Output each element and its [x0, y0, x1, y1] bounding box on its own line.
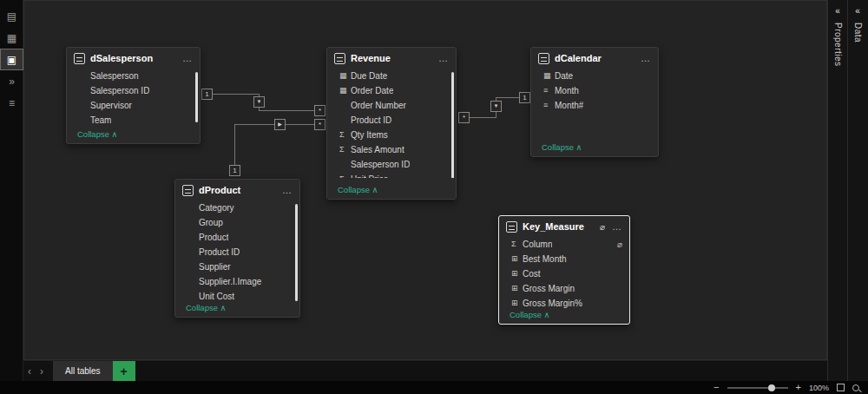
relationship-line-segment[interactable] — [259, 110, 314, 111]
field-label: Supervisor — [90, 101, 132, 110]
field-row[interactable]: Product ⌀ — [175, 230, 299, 245]
nav-table-view-button[interactable]: ▦ — [0, 27, 23, 49]
hier-icon: ≡ — [543, 87, 555, 95]
more-options-button[interactable]: … — [641, 53, 651, 63]
relationship-line-segment[interactable] — [234, 124, 235, 165]
field-row[interactable]: ▦ Due Date ⌀ — [327, 69, 456, 83]
zoom-in-button[interactable]: + — [796, 383, 801, 392]
cardinality-one-marker[interactable]: 1 — [201, 89, 213, 100]
expand-panel-icon: « — [855, 7, 860, 16]
field-label: Cost — [523, 269, 541, 279]
scrollbar[interactable] — [195, 72, 198, 122]
field-row[interactable]: Product ID ⌀ — [327, 113, 456, 128]
field-label: Order Date — [351, 86, 393, 95]
field-row[interactable]: Category ⌀ — [175, 200, 299, 215]
field-row[interactable]: Group ⌀ — [175, 215, 299, 230]
add-layout-button[interactable]: + — [113, 361, 135, 382]
field-row[interactable]: ▦ Order Date ⌀ — [327, 83, 456, 98]
nav-tmdl-view-button[interactable]: ≡ — [0, 92, 23, 114]
table-card-revenue[interactable]: Revenue … ▦ Due Date ⌀ ▦ Order Date ⌀ — [326, 47, 457, 200]
filter-direction-down-icon[interactable]: ▼ — [253, 96, 265, 108]
model-canvas[interactable]: 1 ▼ * 1 ▶ * * ▼ 1 dSalesperson … — [23, 0, 827, 360]
collapse-link[interactable]: Collapse ∧ — [542, 142, 582, 152]
calendar-icon: ▦ — [339, 72, 351, 80]
eye-hidden-icon[interactable]: ⌀ — [617, 240, 622, 249]
relationship-line-segment[interactable] — [213, 94, 260, 95]
collapse-link[interactable]: Collapse ∧ — [510, 310, 550, 319]
table-card-key-measure[interactable]: Key_Measure ⌀ … Σ Column ⌀ ⊞ Best Month — [498, 215, 630, 325]
filter-direction-down-icon[interactable]: ▼ — [490, 101, 502, 112]
field-row[interactable]: ≡ Month# ⌀ — [531, 98, 658, 113]
field-list: Σ Column ⌀ ⊞ Best Month ⌀ ⊞ Cost ⌀ — [499, 237, 629, 311]
field-label: Salesperson ID — [90, 86, 149, 95]
scrollbar[interactable] — [451, 72, 454, 181]
calc-icon: ⊞ — [511, 255, 523, 263]
zoom-out-button[interactable]: − — [713, 383, 719, 392]
properties-panel-tab[interactable]: « Properties — [827, 0, 847, 381]
more-options-button[interactable]: … — [612, 221, 622, 232]
data-panel-tab[interactable]: « Data — [847, 0, 867, 381]
tab-scroll-right-button[interactable]: › — [36, 365, 48, 378]
field-label: Team — [90, 115, 111, 125]
table-card-dsalesperson[interactable]: dSalesperson … Salesperson ⌀ Salesperson… — [66, 47, 201, 144]
relationship-line-segment[interactable] — [470, 117, 496, 118]
more-options-button[interactable]: … — [438, 53, 449, 63]
tab-scroll-left-button[interactable]: ‹ — [23, 365, 36, 378]
table-header[interactable]: Revenue … — [327, 48, 456, 69]
table-icon — [74, 53, 85, 64]
chevron-up-icon: ∧ — [576, 142, 582, 152]
field-row[interactable]: Supplier.I.Image ⌀ — [175, 274, 299, 289]
field-row[interactable]: Supervisor ⌀ — [67, 98, 200, 113]
cardinality-many-marker[interactable]: * — [314, 119, 326, 130]
cardinality-many-marker[interactable]: * — [314, 105, 326, 116]
field-row[interactable]: Σ Qty Items ⌀ — [327, 128, 456, 142]
collapse-link[interactable]: Collapse ∧ — [77, 129, 118, 139]
field-row[interactable]: Σ Sales Amount ⌀ — [327, 142, 456, 157]
field-row[interactable]: ⊞ Cost ⌀ — [499, 266, 629, 281]
field-label: Order Number — [351, 101, 406, 110]
filter-direction-right-icon[interactable]: ▶ — [274, 119, 286, 130]
zoom-to-fit-icon[interactable] — [852, 384, 859, 391]
field-row[interactable]: Salesperson ID ⌀ — [327, 157, 456, 172]
more-options-button[interactable]: … — [182, 53, 193, 63]
card-footer: Collapse ∧ — [327, 178, 456, 199]
field-row[interactable]: Σ Column ⌀ — [499, 237, 629, 252]
table-header[interactable]: dProduct … — [175, 180, 299, 200]
table-header[interactable]: dSalesperson … — [67, 48, 200, 69]
collapse-link[interactable]: Collapse ∧ — [338, 185, 378, 194]
nav-model-view-button[interactable]: ▣ — [0, 49, 23, 70]
chevron-up-icon: ∧ — [220, 303, 227, 312]
more-options-button[interactable]: … — [282, 185, 293, 195]
cardinality-one-marker[interactable]: 1 — [229, 165, 240, 176]
field-row[interactable]: ▦ Date ⌀ — [531, 69, 658, 83]
card-footer: Collapse ∧ — [186, 299, 227, 314]
field-row[interactable]: Order Number ⌀ — [327, 98, 456, 113]
collapse-link[interactable]: Collapse ∧ — [186, 303, 227, 312]
field-row[interactable]: ⊞ Best Month ⌀ — [499, 252, 629, 266]
chevron-up-icon: ∧ — [112, 129, 118, 139]
card-footer: Collapse ∧ — [510, 305, 550, 321]
zoom-slider[interactable] — [727, 387, 788, 389]
table-card-dproduct[interactable]: dProduct … Category ⌀ Group ⌀ — [174, 179, 300, 318]
field-row[interactable]: ≡ Month ⌀ — [531, 83, 658, 98]
zoom-slider-thumb[interactable] — [768, 384, 775, 391]
nav-report-view-button[interactable]: ▤ — [0, 5, 23, 27]
table-header[interactable]: Key_Measure ⌀ … — [499, 216, 629, 237]
table-hidden-eye-icon[interactable]: ⌀ — [600, 222, 605, 232]
fit-to-screen-icon[interactable] — [837, 384, 845, 391]
scrollbar[interactable] — [295, 204, 298, 301]
table-card-dcalendar[interactable]: dCalendar … ▦ Date ⌀ ≡ Month ⌀ — [530, 47, 659, 157]
view-icon: ▦ — [7, 33, 16, 43]
field-row[interactable]: Product ID ⌀ — [175, 245, 299, 259]
tab-all-tables[interactable]: All tables — [53, 361, 113, 382]
table-header[interactable]: dCalendar … — [531, 48, 658, 69]
nav-dax-query-view-button[interactable]: » — [0, 70, 23, 92]
field-row[interactable]: ⊞ Gross Margin ⌀ — [499, 281, 629, 296]
cardinality-one-marker[interactable]: 1 — [519, 92, 530, 103]
field-row[interactable]: Salesperson ID ⌀ — [67, 83, 200, 98]
field-row[interactable]: Supplier ⌀ — [175, 259, 299, 274]
field-row[interactable]: Salesperson ⌀ — [67, 69, 200, 83]
cardinality-many-marker[interactable]: * — [458, 112, 470, 123]
right-panel-rail: « Properties « Data — [827, 0, 868, 381]
relationship-line-segment[interactable] — [496, 97, 519, 98]
